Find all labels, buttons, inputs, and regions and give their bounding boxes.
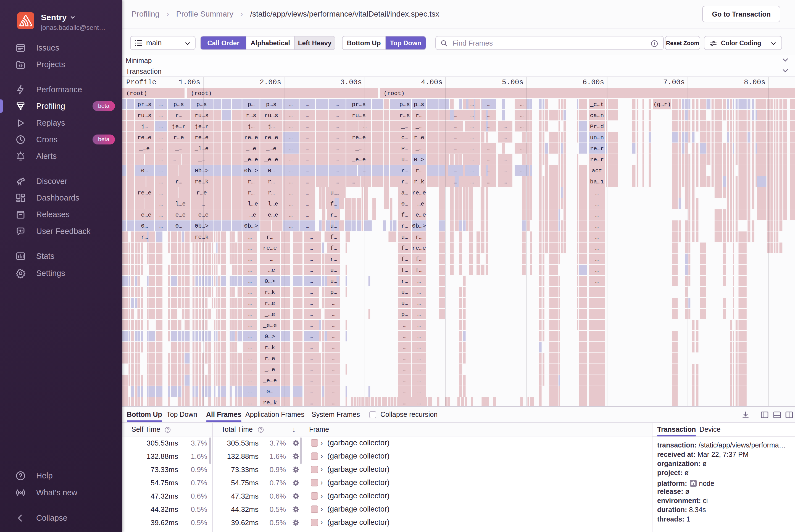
svg-text:0…: 0… [141, 223, 148, 229]
svg-text:…: … [487, 101, 491, 108]
svg-text:…: … [159, 112, 163, 119]
svg-text:…: … [403, 366, 406, 373]
svg-text:0b…>: 0b…> [244, 223, 258, 229]
svg-text:…: … [403, 356, 406, 362]
svg-text:ru…s: ru…s [352, 112, 366, 119]
svg-text:…: … [504, 134, 507, 141]
svg-text:…: … [336, 134, 339, 141]
svg-text:…: … [332, 344, 336, 351]
svg-text:…: … [417, 400, 421, 406]
svg-text:_l…e: _l…e [244, 201, 258, 207]
svg-text:…: … [173, 157, 176, 163]
svg-text:…: … [332, 300, 336, 307]
svg-text:r…: r… [330, 212, 337, 218]
svg-text:…: … [454, 134, 457, 141]
svg-text:…: … [403, 334, 406, 340]
svg-text:u…: u… [401, 300, 408, 307]
svg-text:…: … [289, 201, 293, 207]
svg-text:r…e: r…e [196, 190, 207, 196]
svg-text:…: … [248, 234, 252, 240]
svg-text:p…s: p…s [399, 101, 410, 108]
svg-text:0…>: 0…> [265, 278, 275, 285]
svg-text:_l…e: _l…e [172, 201, 186, 207]
svg-text:0b…>: 0b…> [412, 223, 426, 229]
svg-text:re…k: re…k [263, 400, 277, 406]
svg-text:…: … [595, 267, 599, 273]
svg-text:…: … [487, 112, 491, 119]
svg-text:pr…s: pr…s [137, 101, 151, 108]
svg-text:…: … [595, 190, 599, 196]
svg-text:…: … [306, 124, 309, 130]
svg-text:…: … [310, 267, 313, 273]
svg-text:…: … [417, 378, 421, 384]
svg-text:r…: r… [247, 190, 254, 196]
svg-text:_e…e: _e…e [244, 157, 258, 163]
svg-text:_…: _… [266, 256, 273, 262]
svg-text:r…: r… [175, 112, 182, 119]
svg-text:_…e: _…e [264, 267, 275, 273]
svg-text:…: … [332, 356, 336, 362]
svg-text:_…e: _…e [264, 311, 275, 318]
svg-text:…: … [248, 267, 252, 273]
svg-text:…: … [403, 322, 406, 329]
svg-text:_…e: _…e [264, 366, 275, 373]
svg-text:r…e: r…e [265, 356, 275, 362]
svg-text:…: … [470, 124, 474, 130]
svg-text:…: … [470, 179, 474, 185]
svg-text:5.00s: 5.00s [502, 78, 524, 87]
svg-text:…: … [289, 157, 293, 163]
svg-text:…: … [289, 212, 293, 218]
svg-text:…: … [417, 278, 421, 285]
svg-text:u…: u… [330, 223, 337, 229]
svg-text:…: … [159, 168, 163, 174]
svg-text:f…: f… [330, 245, 337, 251]
svg-text:ru…s: ru…s [137, 112, 151, 119]
svg-text:…: … [403, 344, 406, 351]
svg-text:r…: r… [401, 278, 408, 285]
svg-text:…: … [289, 179, 293, 185]
svg-text:…: … [595, 212, 599, 218]
svg-text:r…: r… [268, 179, 275, 185]
svg-text:_…e: _…e [246, 146, 256, 152]
svg-text:r…s: r…s [399, 112, 410, 119]
svg-text:…: … [159, 134, 163, 141]
svg-text:re…k: re…k [195, 179, 209, 185]
svg-text:…: … [336, 146, 339, 152]
svg-text:r…: r… [401, 179, 408, 185]
svg-text:…: … [470, 112, 474, 119]
svg-text:re…e: re…e [195, 134, 209, 141]
svg-text:…: … [470, 134, 474, 141]
svg-text:…: … [310, 366, 313, 373]
svg-text:…: … [159, 223, 163, 229]
svg-text:r…: r… [266, 234, 273, 240]
svg-text:_…: _… [415, 146, 422, 152]
svg-text:…: … [306, 168, 309, 174]
svg-text:…: … [159, 212, 163, 218]
svg-text:…: … [352, 179, 355, 185]
svg-text:2.00s: 2.00s [260, 78, 281, 87]
svg-text:r…: r… [415, 234, 422, 240]
svg-text:…: … [417, 322, 421, 329]
svg-text:…: … [417, 388, 421, 395]
svg-text:…: … [248, 366, 252, 373]
svg-text:_…: _… [198, 201, 205, 207]
svg-text:…: … [504, 168, 507, 174]
svg-text:…: … [310, 400, 313, 406]
svg-text:_…: _… [198, 157, 205, 163]
svg-text:…: … [289, 223, 293, 229]
svg-text:…: … [487, 146, 491, 152]
svg-text:a…: a… [401, 190, 408, 196]
svg-text:f…: f… [401, 212, 408, 218]
svg-text:p…s: p…s [414, 101, 424, 108]
svg-text:0…: 0… [268, 168, 275, 174]
svg-text:…: … [310, 344, 313, 351]
svg-text:…: … [248, 322, 252, 329]
svg-text:…: … [310, 356, 313, 362]
svg-text:re…e: re…e [137, 134, 151, 141]
svg-text:…: … [520, 124, 524, 130]
svg-text:je…r: je…r [172, 124, 186, 130]
svg-text:j…: j… [141, 124, 148, 130]
svg-text:…: … [289, 101, 293, 108]
svg-text:…: … [487, 157, 491, 163]
svg-text:…: … [248, 344, 252, 351]
